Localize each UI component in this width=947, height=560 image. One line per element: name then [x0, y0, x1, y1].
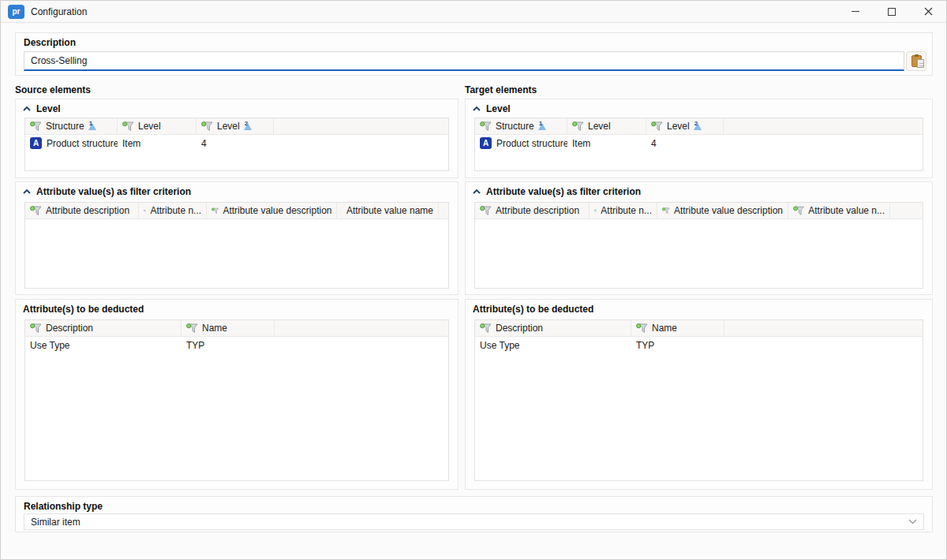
- name-cell: TYP: [182, 340, 275, 351]
- column-label: Attribute value description: [674, 205, 783, 216]
- column-header-empty: [439, 203, 448, 218]
- column-label: Name: [652, 323, 677, 334]
- description-input[interactable]: [24, 51, 904, 71]
- maximize-button[interactable]: [874, 1, 910, 23]
- level-cell: Item: [567, 138, 646, 149]
- column-header-empty: [724, 118, 923, 134]
- configuration-window: pr Configuration Description Source elem…: [0, 0, 947, 560]
- level-cell: Item: [118, 138, 197, 149]
- column-label: Level: [138, 121, 161, 132]
- column-header-description[interactable]: Description: [25, 320, 182, 336]
- column-header-empty: [275, 320, 448, 336]
- column-header-attribute-name[interactable]: Attribute n...: [590, 203, 657, 218]
- source-attribute-filter-panel: Attribute value(s) as filter criterion A…: [15, 181, 459, 295]
- filter-icon: [480, 121, 492, 132]
- column-label: Attribute description: [46, 205, 129, 216]
- name-cell: TYP: [631, 340, 724, 351]
- column-label: Attribute value n...: [808, 205, 885, 216]
- column-header-name[interactable]: Name: [182, 320, 275, 336]
- column-header-level[interactable]: Level: [567, 118, 646, 134]
- table-row[interactable]: AProduct structure Item 4: [25, 135, 448, 151]
- filter-icon: [572, 121, 584, 132]
- table-row[interactable]: AProduct structure Item 4: [475, 135, 923, 151]
- column-header-name[interactable]: Name: [631, 320, 724, 336]
- column-header-structure[interactable]: Structure 1: [25, 118, 118, 134]
- description-group: Description: [15, 32, 933, 76]
- column-header-level[interactable]: Level: [118, 118, 197, 134]
- close-icon: [924, 7, 933, 16]
- relationship-type-select[interactable]: Similar item: [24, 513, 924, 530]
- filter-icon: [594, 206, 597, 216]
- filter-icon: [30, 121, 42, 132]
- column-header-empty: [274, 118, 448, 134]
- filter-icon: [480, 323, 492, 334]
- column-header-structure[interactable]: Structure 1: [475, 118, 567, 134]
- paste-button[interactable]: [906, 51, 926, 71]
- target-attribute-filter-title: Attribute value(s) as filter criterion: [486, 186, 641, 197]
- source-deducted-header: Attribute(s) to be deducted: [16, 300, 458, 317]
- column-header-attribute-value-description[interactable]: Attribute value description: [657, 203, 788, 218]
- clipboard-icon: [911, 55, 922, 67]
- filter-icon: [30, 206, 42, 216]
- relationship-type-group: Relationship type Similar item: [15, 496, 933, 532]
- column-label: Structure: [46, 121, 84, 132]
- column-header-description[interactable]: Description: [475, 320, 631, 336]
- source-attribute-filter-table: Attribute description Attribute n... Att…: [24, 202, 449, 289]
- column-label: Level: [667, 121, 690, 132]
- target-deducted-header: Attribute(s) to be deducted: [466, 300, 932, 317]
- minimize-icon: [852, 11, 859, 12]
- column-label: Level: [588, 121, 611, 132]
- sort-ascending-icon: 2: [244, 122, 253, 130]
- filter-icon: [662, 206, 670, 216]
- column-label: Attribute description: [496, 205, 579, 216]
- maximize-icon: [888, 8, 896, 16]
- table-header-row: Structure 1 Level Level 2: [25, 118, 448, 135]
- column-header-attribute-value-description[interactable]: Attribute value description: [207, 203, 337, 218]
- column-label: Level: [217, 121, 240, 132]
- structure-cell: Product structure: [47, 138, 118, 149]
- structure-type-icon: A: [30, 137, 42, 149]
- sort-ascending-icon: 1: [538, 122, 547, 130]
- minimize-button[interactable]: [837, 1, 874, 23]
- close-button[interactable]: [910, 1, 946, 23]
- column-label: Attribute n...: [601, 205, 652, 216]
- collapse-icon[interactable]: [23, 106, 31, 112]
- column-header-attribute-description[interactable]: Attribute description: [25, 203, 139, 218]
- relationship-type-label: Relationship type: [24, 501, 103, 512]
- column-header-attribute-value-name[interactable]: Attribute value name: [337, 203, 439, 218]
- filter-icon: [651, 121, 663, 132]
- column-header-attribute-value-name[interactable]: Attribute value n...: [788, 203, 890, 218]
- target-elements-label: Target elements: [465, 84, 537, 95]
- source-deducted-panel: Attribute(s) to be deducted Description …: [15, 299, 459, 490]
- table-header-row: Description Name: [25, 320, 448, 337]
- table-header-row: Description Name: [475, 320, 923, 337]
- table-row[interactable]: Use Type TYP: [475, 337, 923, 353]
- source-elements-label: Source elements: [15, 84, 91, 95]
- app-logo-icon: pr: [8, 5, 24, 19]
- sort-ascending-icon: 2: [694, 122, 702, 130]
- description-label: Description: [24, 37, 76, 48]
- target-level-header[interactable]: Level: [466, 99, 932, 117]
- column-label: Attribute value description: [223, 205, 331, 216]
- column-header-attribute-name[interactable]: Attribute n...: [139, 203, 207, 218]
- source-level-header[interactable]: Level: [16, 99, 458, 117]
- table-header-row: Attribute description Attribute n... Att…: [475, 203, 923, 219]
- column-header-level-num[interactable]: Level 2: [197, 118, 274, 134]
- source-deducted-table: Description Name Use Type TYP: [24, 319, 449, 481]
- collapse-icon[interactable]: [473, 189, 481, 195]
- source-attribute-filter-header[interactable]: Attribute value(s) as filter criterion: [16, 182, 458, 200]
- collapse-icon[interactable]: [473, 106, 481, 112]
- collapse-icon[interactable]: [23, 189, 31, 195]
- window-controls: [837, 1, 946, 23]
- column-header-level-num[interactable]: Level 2: [646, 118, 724, 134]
- column-header-attribute-description[interactable]: Attribute description: [475, 203, 590, 218]
- table-row[interactable]: Use Type TYP: [25, 337, 448, 353]
- target-attribute-filter-header[interactable]: Attribute value(s) as filter criterion: [466, 182, 932, 200]
- clipboard-paper-icon: [917, 59, 924, 68]
- description-cell: Use Type: [25, 340, 182, 351]
- chevron-down-icon: [908, 519, 917, 525]
- target-attribute-filter-table: Attribute description Attribute n... Att…: [474, 202, 923, 289]
- filter-icon: [144, 206, 146, 216]
- target-level-table: Structure 1 Level Level 2 AProduct struc…: [474, 118, 923, 171]
- source-level-table: Structure 1 Level Level 2 AProduct struc…: [24, 118, 449, 171]
